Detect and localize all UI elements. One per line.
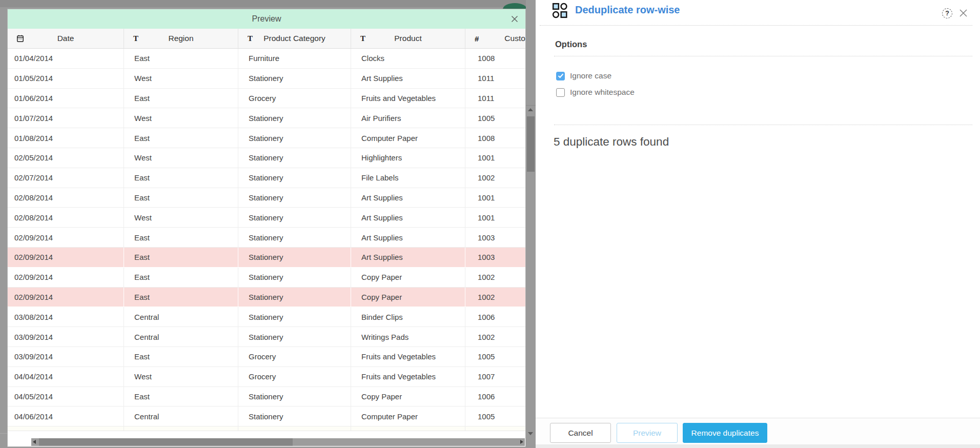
panel-footer: Cancel Preview Remove duplicates (536, 418, 980, 444)
checkbox-icon[interactable] (556, 88, 565, 97)
column-header: Date (8, 29, 124, 48)
checkbox-label: Ignore case (570, 71, 611, 80)
table-cell: File Labels (351, 168, 465, 188)
table-cell: 1002 (465, 327, 526, 347)
table-cell: Writings Pads (351, 327, 465, 347)
table-row: 01/07/2014WestStationeryAir Purifiers100… (8, 108, 525, 128)
table-cell: West (124, 69, 238, 88)
close-icon[interactable] (511, 15, 519, 23)
ignore-case-checkbox[interactable]: Ignore case (556, 71, 611, 80)
table-cell: 1006 (465, 307, 526, 327)
vertical-scrollbar-thumb[interactable] (527, 116, 535, 172)
table-cell: 02/09/2014 (8, 268, 124, 287)
table-cell: Stationery (238, 307, 351, 327)
deduplicate-panel: Deduplicate row-wise ? Options Ignore ca… (536, 0, 980, 448)
table-row: 01/08/2014EastStationeryComputer Paper10… (8, 128, 525, 148)
table-cell: 01/06/2014 (8, 89, 124, 108)
table-cell (124, 426, 238, 431)
ignore-whitespace-checkbox[interactable]: Ignore whitespace (556, 88, 635, 97)
separator (554, 56, 972, 56)
table-cell: Stationery (238, 208, 351, 227)
table-row: 02/09/2014EastStationeryCopy Paper1002 (8, 268, 525, 288)
table-cell: Central (124, 327, 238, 347)
close-icon[interactable] (959, 9, 968, 17)
table-cell: 1002 (465, 288, 526, 307)
table-cell: Furniture (238, 49, 351, 68)
table-cell: Copy Paper (351, 268, 465, 287)
scroll-right-arrow-icon[interactable] (520, 440, 523, 444)
column-header-label: Region (168, 34, 193, 43)
table-row: 01/06/2014EastGroceryFruits and Vegetabl… (8, 89, 525, 109)
table-row: 01/05/2014WestStationeryArt Supplies1011 (8, 69, 525, 89)
table-cell: 1007 (465, 367, 526, 386)
column-header-label: Product Category (263, 34, 325, 43)
dedupe-grid-icon (552, 3, 567, 18)
checkbox-label: Ignore whitespace (570, 88, 635, 97)
scroll-up-arrow-icon[interactable] (528, 108, 533, 111)
vertical-scrollbar[interactable] (526, 0, 536, 448)
column-header: TRegion (124, 29, 238, 48)
table-cell: 1001 (465, 148, 526, 168)
table-cell: Stationery (238, 168, 351, 188)
table-cell: 02/07/2014 (8, 168, 124, 188)
column-header-label: Product (394, 34, 421, 43)
table-row: 02/08/2014EastStationeryArt Supplies1001 (8, 188, 525, 208)
help-icon[interactable]: ? (942, 8, 952, 18)
table-cell: 01/05/2014 (8, 69, 124, 88)
table-cell: Air Purifiers (351, 108, 465, 128)
table-cell: Stationery (238, 69, 351, 88)
table-row-duplicate: 02/09/2014EastStationeryArt Supplies1003 (8, 248, 525, 268)
column-header-label: Customer No (504, 34, 526, 43)
table-row: 03/08/2014CentralStationeryBinder Clips1… (8, 307, 525, 327)
table-cell: Stationery (238, 387, 351, 406)
separator (554, 125, 972, 125)
table-cell: 1002 (465, 168, 526, 188)
table-cell: 1006 (465, 387, 526, 406)
scroll-down-arrow-icon[interactable] (528, 432, 533, 435)
table-cell: Computer Paper (351, 406, 465, 426)
table-cell: Art Supplies (351, 188, 465, 208)
table-cell: 03/09/2014 (8, 327, 124, 347)
cancel-button[interactable]: Cancel (550, 423, 611, 443)
table-cell: 02/09/2014 (8, 248, 124, 267)
table-cell: Central (124, 307, 238, 327)
table-cell: Binder Clips (351, 307, 465, 327)
table-cell: Stationery (238, 228, 351, 247)
table-cell: 1005 (465, 108, 526, 128)
table-cell: West (124, 208, 238, 227)
table-cell: 1008 (465, 49, 526, 68)
text-icon: T (248, 35, 253, 43)
table-row: 04/04/2014WestGroceryFruits and Vegetabl… (8, 367, 525, 387)
horizontal-scrollbar-thumb[interactable] (39, 438, 293, 446)
table-cell: 1005 (465, 347, 526, 366)
table-cell: East (124, 49, 238, 68)
table-row: 03/09/2014CentralStationeryWritings Pads… (8, 327, 525, 347)
checkbox-icon[interactable] (556, 72, 565, 80)
table-cell: Art Supplies (351, 248, 465, 267)
background-divider (0, 433, 7, 434)
preview-title: Preview (252, 14, 281, 24)
table-cell: 1011 (465, 69, 526, 88)
table-cell: Art Supplies (351, 228, 465, 247)
table-cell: Stationery (238, 327, 351, 347)
column-header: TProduct (351, 29, 465, 48)
table-cell: 1001 (465, 208, 526, 227)
table-cell: 04/04/2014 (8, 367, 124, 386)
table-cell: Fruits and Vegetables (351, 347, 465, 366)
table-cell: 02/08/2014 (8, 188, 124, 208)
table-cell: East (124, 188, 238, 208)
preview-button[interactable]: Preview (617, 423, 678, 443)
table-row: 04/06/2014CentralStationeryComputer Pape… (8, 406, 525, 426)
table-cell: 02/09/2014 (8, 228, 124, 247)
horizontal-scrollbar[interactable] (31, 438, 525, 446)
table-cell: East (124, 89, 238, 108)
table-body: 01/04/2014EastFurnitureClocks100801/05/2… (8, 49, 525, 426)
table-cell: Stationery (238, 248, 351, 267)
table-cell: 04/05/2014 (8, 387, 124, 406)
table-row-partial (8, 426, 525, 431)
preview-panel: Preview DateTRegionTProduct CategoryTPro… (7, 9, 526, 447)
scroll-left-arrow-icon[interactable] (33, 440, 36, 444)
remove-duplicates-button[interactable]: Remove duplicates (683, 423, 767, 443)
panel-title: Deduplicate row-wise (575, 4, 680, 16)
table-cell: Central (124, 406, 238, 426)
